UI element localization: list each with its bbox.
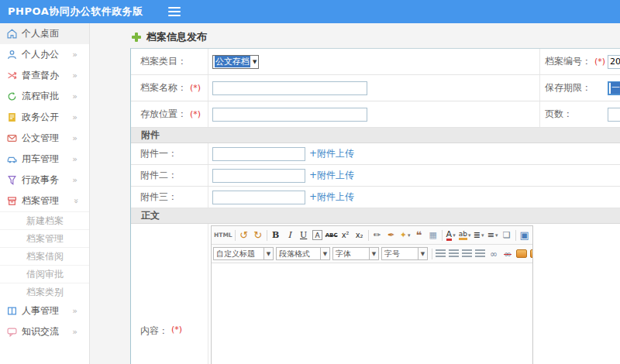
- attachment1-input[interactable]: [212, 147, 305, 161]
- superscript-icon[interactable]: x²: [339, 228, 353, 242]
- number-input[interactable]: [608, 55, 620, 69]
- hilite-icon[interactable]: ab: [458, 228, 472, 242]
- quickformat-icon[interactable]: ✦: [398, 228, 412, 242]
- align-center-icon[interactable]: [449, 249, 459, 258]
- unlink-icon[interactable]: ∞: [501, 247, 515, 261]
- sidebar-item-gov-public[interactable]: 政务公开 »: [0, 107, 89, 128]
- number-label: 档案编号：: [545, 55, 591, 68]
- unordered-list-icon[interactable]: ≡: [486, 228, 500, 242]
- select-arrow-icon[interactable]: ▼: [321, 247, 330, 260]
- sidebar-item-label: 知识交流: [22, 325, 59, 338]
- sidebar-item-label: 人事管理: [22, 304, 59, 318]
- brush-icon[interactable]: ✒: [384, 228, 398, 242]
- select-arrow-icon[interactable]: ▼: [264, 247, 274, 260]
- select-arrow-icon: ▼: [253, 59, 257, 65]
- link-icon[interactable]: ∞: [487, 247, 501, 261]
- sidebar-item-workflow[interactable]: 流程审批 »: [0, 86, 89, 107]
- sidebar-item-admin-affairs[interactable]: 行政事务 »: [0, 170, 89, 191]
- fullscreen-icon[interactable]: ▣: [518, 228, 532, 242]
- category-select[interactable]: 公文存档 ▼: [212, 55, 259, 69]
- select-arrow-icon[interactable]: ▼: [370, 247, 379, 260]
- source-icon[interactable]: HTML: [213, 228, 233, 242]
- pages-input[interactable]: [608, 108, 620, 122]
- sidebar-item-label: 督查督办: [22, 69, 59, 82]
- archive-form: 档案类目： 公文存档 ▼ 档案编号： (*) 档案名称： (*) 保存期限：: [130, 48, 620, 364]
- underline-icon[interactable]: U: [297, 228, 311, 242]
- paste-icon[interactable]: ▦: [426, 228, 440, 242]
- image-icon[interactable]: [516, 249, 527, 258]
- chevron-right-icon: »: [72, 70, 78, 81]
- chevron-right-icon: »: [72, 175, 78, 185]
- sidebar-item-personal-desktop[interactable]: 个人桌面: [0, 23, 89, 44]
- page-title-text: 档案信息发布: [146, 30, 207, 44]
- rich-text-editor: HTML ↺ ↻ B I U A ABC x² x₂ ✏: [211, 225, 533, 364]
- ordered-list-icon[interactable]: ≣: [472, 228, 486, 242]
- sidebar-item-label: 流程审批: [22, 90, 59, 103]
- subscript-icon[interactable]: x₂: [353, 228, 367, 242]
- name-label: 档案名称：: [140, 81, 187, 94]
- sidebar-item-label: 公文管理: [22, 132, 59, 145]
- sidebar-item-documents[interactable]: 公文管理 »: [0, 128, 89, 149]
- attachment2-label: 附件二：: [140, 169, 177, 182]
- sidebar-subitem-archive-manage[interactable]: 档案管理: [0, 229, 89, 247]
- top-header: PHPOA协同办公软件政务版: [0, 0, 620, 23]
- attachment2-input[interactable]: [212, 169, 305, 183]
- chevron-right-icon: »: [72, 306, 78, 316]
- user-icon: [7, 50, 17, 60]
- body-section-header: 正文: [131, 208, 620, 224]
- sidebar-subitem-archive-borrow[interactable]: 档案借阅: [0, 247, 89, 265]
- sidebar-subitem-archive-category[interactable]: 档案类别: [0, 283, 89, 300]
- blockquote-icon[interactable]: ❝: [412, 228, 426, 242]
- editor-toolbar-row1: HTML ↺ ↻ B I U A ABC x² x₂ ✏: [212, 226, 532, 245]
- period-select-value: 一: [611, 82, 620, 94]
- sidebar-item-label: 个人桌面: [22, 27, 59, 40]
- sidebar-item-knowledge[interactable]: 知识交流 »: [0, 321, 89, 342]
- paragraph-select[interactable]: 段落格式: [276, 247, 321, 260]
- sidebar-item-vehicle[interactable]: 用车管理 »: [0, 149, 89, 170]
- attachment3-upload-link[interactable]: +附件上传: [309, 191, 354, 204]
- name-input[interactable]: [212, 81, 367, 95]
- location-input[interactable]: [212, 108, 367, 122]
- chevron-right-icon: »: [72, 327, 78, 337]
- eraser-icon[interactable]: ✏: [370, 228, 384, 242]
- attachment-row-3: 附件三： +附件上传: [131, 187, 620, 208]
- attachment2-upload-link[interactable]: +附件上传: [309, 169, 354, 182]
- sidebar-item-supervision[interactable]: 督查督办 »: [0, 65, 89, 86]
- editor-content-area[interactable]: [212, 263, 532, 364]
- font-size-select[interactable]: 字号: [381, 247, 418, 260]
- sidebar-item-personal-office[interactable]: 个人办公 »: [0, 44, 89, 65]
- select-arrow-icon[interactable]: ▼: [418, 247, 428, 260]
- align-left-icon[interactable]: [436, 249, 446, 258]
- italic-icon[interactable]: I: [283, 228, 297, 242]
- attachment3-input[interactable]: [212, 191, 305, 204]
- menu-icon[interactable]: [168, 5, 181, 19]
- required-marker: (*): [171, 325, 182, 335]
- sidebar-item-hr[interactable]: 人事管理 »: [0, 300, 89, 321]
- book-icon: [7, 306, 17, 316]
- sidebar: 个人桌面 个人办公 » 督查督办 » 流程审批 » 政务公开 » 公文管理 » …: [0, 23, 90, 364]
- attachment1-label: 附件一：: [140, 147, 177, 160]
- sidebar-item-archives[interactable]: 档案管理 »: [0, 191, 89, 211]
- bold-icon[interactable]: B: [269, 228, 283, 242]
- sidebar-subitem-new-archive[interactable]: 新建档案: [0, 211, 89, 229]
- sidebar-subitem-borrow-approve[interactable]: 借阅审批: [0, 265, 89, 283]
- font-family-select[interactable]: 字体: [332, 247, 370, 260]
- redo-icon[interactable]: ↻: [251, 228, 265, 242]
- flash-icon[interactable]: [530, 249, 532, 258]
- chevron-down-icon: »: [71, 198, 81, 204]
- chat-icon: [7, 327, 17, 337]
- align-justify-icon[interactable]: [475, 249, 485, 258]
- heading-select[interactable]: 自定义标题: [213, 247, 264, 260]
- period-select[interactable]: 一 ▼: [608, 81, 620, 95]
- chevron-right-icon: »: [72, 133, 78, 143]
- category-label: 档案类目：: [140, 55, 187, 68]
- strikethrough-icon[interactable]: ABC: [325, 228, 339, 242]
- align-right-icon[interactable]: [462, 249, 472, 258]
- forecolor-icon[interactable]: A: [444, 228, 458, 242]
- new-page-icon[interactable]: ❏: [500, 228, 514, 242]
- attachment1-upload-link[interactable]: +附件上传: [309, 147, 354, 160]
- content-row: 内容： (*) HTML ↺ ↻ B I U A ABC: [131, 224, 620, 364]
- archive-icon: [7, 196, 17, 206]
- undo-icon[interactable]: ↺: [237, 228, 251, 242]
- char-border-icon[interactable]: A: [311, 228, 325, 242]
